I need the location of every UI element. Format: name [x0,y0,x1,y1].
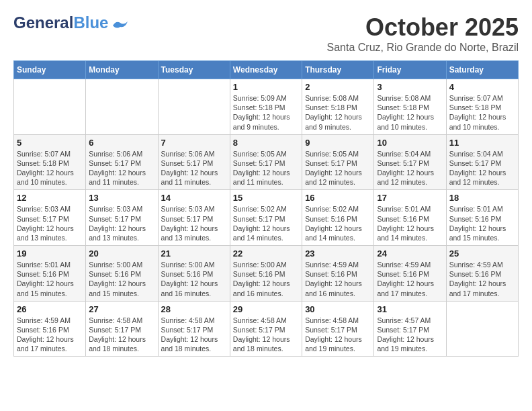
title-block: October 2025 Santa Cruz, Rio Grande do N… [327,13,519,54]
day-number: 23 [305,248,371,259]
calendar-cell: 19Sunrise: 5:01 AM Sunset: 5:16 PM Dayli… [14,246,86,302]
calendar-week-5: 26Sunrise: 4:59 AM Sunset: 5:16 PM Dayli… [14,301,519,357]
calendar-dow-sunday: Sunday [14,61,86,79]
calendar-dow-friday: Friday [374,61,446,79]
day-info: Sunrise: 5:01 AM Sunset: 5:16 PM Dayligh… [17,260,83,298]
day-number: 8 [233,138,299,148]
day-info: Sunrise: 5:03 AM Sunset: 5:17 PM Dayligh… [17,204,83,242]
calendar-cell: 16Sunrise: 5:02 AM Sunset: 5:16 PM Dayli… [302,190,374,246]
day-info: Sunrise: 5:06 AM Sunset: 5:17 PM Dayligh… [161,149,227,187]
day-info: Sunrise: 4:58 AM Sunset: 5:17 PM Dayligh… [233,316,299,354]
calendar-cell: 5Sunrise: 5:07 AM Sunset: 5:18 PM Daylig… [14,134,86,190]
day-info: Sunrise: 4:58 AM Sunset: 5:17 PM Dayligh… [305,316,371,354]
calendar-cell: 25Sunrise: 4:59 AM Sunset: 5:16 PM Dayli… [446,246,518,302]
day-info: Sunrise: 5:08 AM Sunset: 5:18 PM Dayligh… [377,93,443,132]
day-number: 12 [17,193,83,203]
day-number: 28 [161,304,227,314]
day-number: 9 [305,138,371,148]
day-info: Sunrise: 5:03 AM Sunset: 5:17 PM Dayligh… [89,204,154,242]
calendar-dow-tuesday: Tuesday [158,61,230,79]
logo-bird-icon [113,20,128,31]
day-info: Sunrise: 5:00 AM Sunset: 5:16 PM Dayligh… [89,260,154,298]
day-number: 4 [449,82,515,92]
day-info: Sunrise: 5:04 AM Sunset: 5:17 PM Dayligh… [449,149,515,187]
calendar-cell: 7Sunrise: 5:06 AM Sunset: 5:17 PM Daylig… [158,134,230,190]
day-info: Sunrise: 4:59 AM Sunset: 5:16 PM Dayligh… [305,260,371,298]
day-info: Sunrise: 4:57 AM Sunset: 5:17 PM Dayligh… [377,316,443,354]
day-info: Sunrise: 4:59 AM Sunset: 5:16 PM Dayligh… [449,260,515,298]
day-info: Sunrise: 5:06 AM Sunset: 5:17 PM Dayligh… [89,149,154,187]
calendar-cell [158,79,230,135]
day-info: Sunrise: 4:59 AM Sunset: 5:16 PM Dayligh… [377,260,443,298]
calendar-dow-wednesday: Wednesday [230,61,302,79]
day-number: 21 [161,248,227,259]
calendar-cell: 27Sunrise: 4:58 AM Sunset: 5:17 PM Dayli… [86,301,158,357]
day-number: 10 [377,138,443,148]
calendar-cell: 3Sunrise: 5:08 AM Sunset: 5:18 PM Daylig… [374,79,446,135]
page-header: GeneralBlue October 2025 Santa Cruz, Rio… [13,13,519,54]
day-number: 26 [17,304,83,314]
day-number: 18 [449,193,515,203]
day-info: Sunrise: 5:04 AM Sunset: 5:17 PM Dayligh… [377,149,443,187]
day-number: 22 [233,248,299,259]
day-info: Sunrise: 5:01 AM Sunset: 5:16 PM Dayligh… [449,204,515,242]
calendar-cell: 4Sunrise: 5:07 AM Sunset: 5:18 PM Daylig… [446,79,518,135]
day-info: Sunrise: 5:09 AM Sunset: 5:18 PM Dayligh… [233,93,299,132]
calendar-week-4: 19Sunrise: 5:01 AM Sunset: 5:16 PM Dayli… [14,246,519,302]
day-number: 16 [305,193,371,203]
day-number: 7 [161,138,227,148]
calendar-cell: 10Sunrise: 5:04 AM Sunset: 5:17 PM Dayli… [374,134,446,190]
calendar-cell [86,79,158,135]
calendar-cell: 14Sunrise: 5:03 AM Sunset: 5:17 PM Dayli… [158,190,230,246]
day-number: 31 [377,304,443,314]
calendar-week-1: 1Sunrise: 5:09 AM Sunset: 5:18 PM Daylig… [14,79,519,135]
calendar-week-2: 5Sunrise: 5:07 AM Sunset: 5:18 PM Daylig… [14,134,519,190]
calendar-cell: 29Sunrise: 4:58 AM Sunset: 5:17 PM Dayli… [230,301,302,357]
calendar-cell: 18Sunrise: 5:01 AM Sunset: 5:16 PM Dayli… [446,190,518,246]
location-subtitle: Santa Cruz, Rio Grande do Norte, Brazil [327,42,519,54]
calendar-dow-thursday: Thursday [302,61,374,79]
calendar-cell: 26Sunrise: 4:59 AM Sunset: 5:16 PM Dayli… [14,301,86,357]
day-number: 29 [233,304,299,314]
day-number: 2 [305,82,371,92]
calendar-dow-saturday: Saturday [446,61,518,79]
calendar-cell: 30Sunrise: 4:58 AM Sunset: 5:17 PM Dayli… [302,301,374,357]
calendar-cell: 21Sunrise: 5:00 AM Sunset: 5:16 PM Dayli… [158,246,230,302]
day-number: 6 [89,138,154,148]
logo-blue: Blue [73,13,108,32]
day-info: Sunrise: 5:00 AM Sunset: 5:16 PM Dayligh… [233,260,299,298]
calendar-cell: 1Sunrise: 5:09 AM Sunset: 5:18 PM Daylig… [230,79,302,135]
calendar-cell: 17Sunrise: 5:01 AM Sunset: 5:16 PM Dayli… [374,190,446,246]
calendar-cell: 12Sunrise: 5:03 AM Sunset: 5:17 PM Dayli… [14,190,86,246]
calendar-cell: 28Sunrise: 4:58 AM Sunset: 5:17 PM Dayli… [158,301,230,357]
day-number: 19 [17,248,83,259]
calendar-cell [446,301,518,357]
day-info: Sunrise: 5:07 AM Sunset: 5:18 PM Dayligh… [449,93,515,132]
day-number: 20 [89,248,154,259]
month-title: October 2025 [327,13,519,42]
logo-general: General [13,13,73,32]
day-info: Sunrise: 5:03 AM Sunset: 5:17 PM Dayligh… [161,204,227,242]
day-number: 11 [449,138,515,148]
day-info: Sunrise: 4:58 AM Sunset: 5:17 PM Dayligh… [161,316,227,354]
day-number: 15 [233,193,299,203]
day-number: 27 [89,304,154,314]
day-info: Sunrise: 4:58 AM Sunset: 5:17 PM Dayligh… [89,316,154,354]
calendar-cell: 9Sunrise: 5:05 AM Sunset: 5:17 PM Daylig… [302,134,374,190]
calendar-cell: 31Sunrise: 4:57 AM Sunset: 5:17 PM Dayli… [374,301,446,357]
day-info: Sunrise: 5:07 AM Sunset: 5:18 PM Dayligh… [17,149,83,187]
calendar-cell: 23Sunrise: 4:59 AM Sunset: 5:16 PM Dayli… [302,246,374,302]
calendar-table: SundayMondayTuesdayWednesdayThursdayFrid… [13,60,519,357]
day-number: 25 [449,248,515,259]
day-info: Sunrise: 4:59 AM Sunset: 5:16 PM Dayligh… [17,316,83,354]
day-number: 30 [305,304,371,314]
calendar-cell: 8Sunrise: 5:05 AM Sunset: 5:17 PM Daylig… [230,134,302,190]
day-info: Sunrise: 5:02 AM Sunset: 5:17 PM Dayligh… [233,204,299,242]
day-info: Sunrise: 5:05 AM Sunset: 5:17 PM Dayligh… [233,149,299,187]
day-info: Sunrise: 5:01 AM Sunset: 5:16 PM Dayligh… [377,204,443,242]
day-number: 17 [377,193,443,203]
calendar-cell: 11Sunrise: 5:04 AM Sunset: 5:17 PM Dayli… [446,134,518,190]
calendar-cell: 13Sunrise: 5:03 AM Sunset: 5:17 PM Dayli… [86,190,158,246]
calendar-cell: 2Sunrise: 5:08 AM Sunset: 5:18 PM Daylig… [302,79,374,135]
calendar-cell: 6Sunrise: 5:06 AM Sunset: 5:17 PM Daylig… [86,134,158,190]
